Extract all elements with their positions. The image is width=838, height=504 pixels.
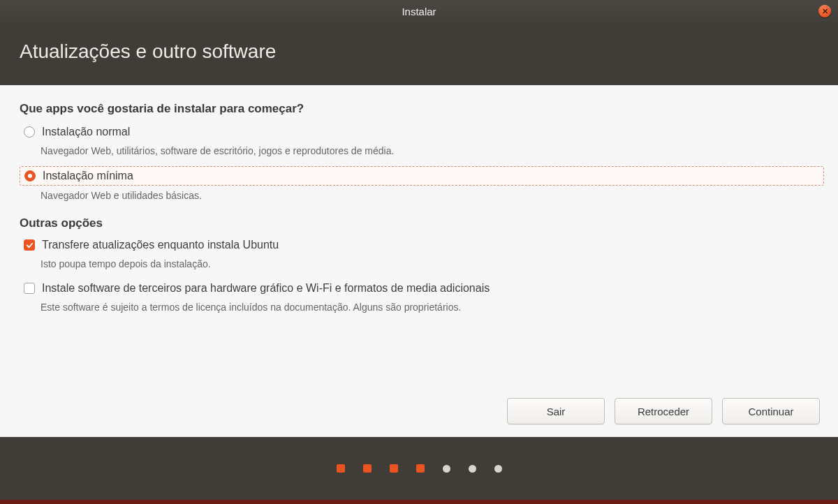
step-dot-7 [494,465,502,473]
checkbox-row-download-updates[interactable]: Transfere atualizações enquanto instala … [20,236,824,254]
step-dot-4 [416,464,425,473]
titlebar: Instalar ✕ [0,0,838,22]
radio-desc: Navegador Web, utilitários, software de … [41,145,824,156]
window-title: Instalar [402,6,436,17]
header: Atualizações e outro software [0,22,838,85]
checkbox-row-third-party[interactable]: Instale software de terceiros para hardw… [20,279,824,297]
other-options-heading: Outras opções [20,216,824,230]
step-dot-2 [363,464,372,473]
step-dot-1 [337,464,345,473]
checkbox-desc: Isto poupa tempo depois da instalação. [41,258,824,269]
install-option-normal: Instalação normal Navegador Web, utilitá… [20,123,824,163]
checkbox-label: Transfere atualizações enquanto instala … [42,239,279,251]
option-third-party: Instale software de terceiros para hardw… [20,279,824,320]
continue-button[interactable]: Continuar [722,398,820,424]
radio-label: Instalação mínima [43,170,133,182]
page-title: Atualizações e outro software [20,40,818,63]
close-icon[interactable]: ✕ [818,5,831,17]
button-row: Sair Retroceder Continuar [20,398,824,424]
checkbox-icon[interactable] [24,239,35,251]
radio-icon[interactable] [24,170,36,181]
step-dot-5 [443,465,450,473]
radio-row-normal[interactable]: Instalação normal [20,123,824,141]
back-button[interactable]: Retroceder [615,398,712,424]
step-dot-6 [469,465,476,473]
option-download-updates: Transfere atualizações enquanto instala … [20,236,824,276]
checkbox-icon[interactable] [24,283,35,294]
step-dot-3 [390,464,398,473]
quit-button[interactable]: Sair [507,398,605,424]
radio-desc: Navegador Web e utilidades básicas. [41,190,824,201]
install-question: Que apps você gostaria de instalar para … [20,102,824,116]
progress-dots [0,437,838,500]
checkbox-desc: Este software é sujeito a termos de lice… [41,302,824,313]
bottom-strip [0,500,838,504]
install-option-minimal: Instalação mínima Navegador Web e utilid… [20,166,824,208]
radio-row-minimal[interactable]: Instalação mínima [20,166,824,186]
radio-icon[interactable] [24,126,35,138]
checkbox-label: Instale software de terceiros para hardw… [42,282,490,295]
radio-label: Instalação normal [42,126,130,138]
content-area: Que apps você gostaria de instalar para … [0,85,838,437]
